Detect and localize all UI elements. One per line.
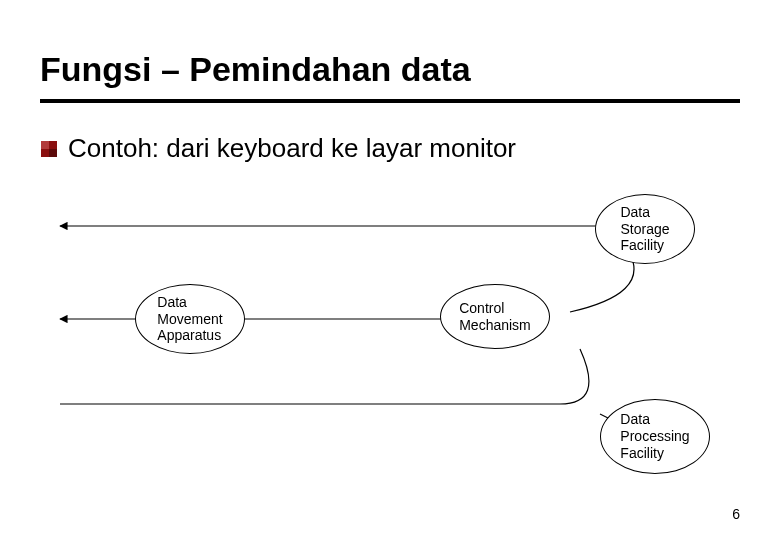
- svg-rect-2: [49, 149, 57, 157]
- node-control-mechanism: Control Mechanism: [440, 284, 550, 349]
- node-data-storage: Data Storage Facility: [595, 194, 695, 264]
- svg-rect-1: [41, 141, 49, 149]
- node-label: Data Movement Apparatus: [157, 294, 222, 344]
- title-underline: [40, 99, 740, 103]
- page-number: 6: [732, 506, 740, 522]
- bullet-item: Contoh: dari keyboard ke layar monitor: [40, 133, 740, 164]
- node-label: Control Mechanism: [459, 300, 531, 334]
- bullet-text: Contoh: dari keyboard ke layar monitor: [68, 133, 516, 164]
- node-data-movement: Data Movement Apparatus: [135, 284, 245, 354]
- node-data-processing: Data Processing Facility: [600, 399, 710, 474]
- slide-title: Fungsi – Pemindahan data: [40, 50, 740, 89]
- bullet-square-icon: [40, 140, 58, 158]
- node-label: Data Processing Facility: [620, 411, 689, 461]
- diagram: Data Storage Facility Data Movement Appa…: [40, 184, 740, 484]
- node-label: Data Storage Facility: [620, 204, 669, 254]
- slide: Fungsi – Pemindahan data Contoh: dari ke…: [0, 0, 780, 540]
